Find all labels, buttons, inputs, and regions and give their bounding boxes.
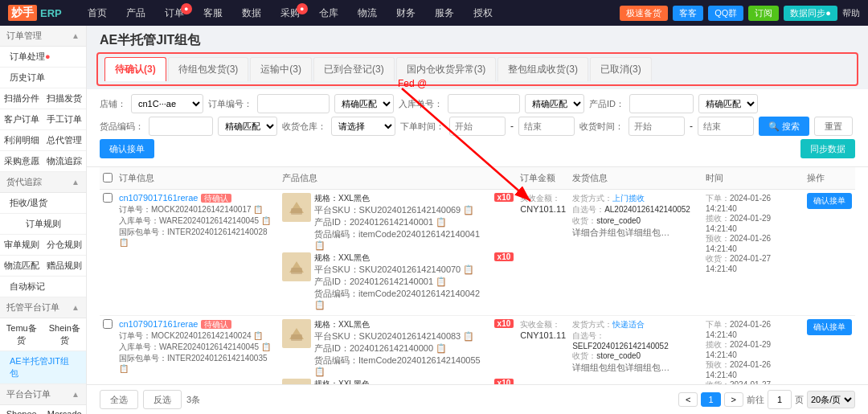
next-page-btn[interactable]: > — [724, 392, 743, 407]
sidebar-item-purchase-wish[interactable]: 采购意愿 — [0, 151, 43, 172]
row-checkbox-0[interactable] — [103, 193, 113, 203]
product-id-input[interactable] — [629, 94, 694, 113]
confirm-order-button[interactable]: 确认接单 — [100, 139, 154, 158]
sidebar-item-scan-split[interactable]: 扫描分件 — [0, 88, 43, 109]
copy-order-icon-1[interactable]: 📋 — [253, 331, 263, 340]
sidebar-item-shopee[interactable]: Shopee — [0, 405, 43, 414]
goods-code-input[interactable] — [149, 117, 213, 136]
prev-page-btn[interactable]: < — [678, 392, 698, 407]
sidebar-item-logistics-match[interactable]: 物流匹配 — [0, 256, 43, 277]
sidebar-item-customer-order[interactable]: 客户订单 — [0, 109, 43, 130]
copy-icon3-0-0[interactable]: 📋 — [314, 240, 326, 250]
sidebar-item-order-rule[interactable]: 订单规则 — [0, 214, 86, 235]
goods-match-select[interactable]: 精确匹配 — [218, 117, 277, 136]
btn-customer-service[interactable]: 客客 — [673, 6, 703, 21]
tab-domestic-exception[interactable]: 国内仓收货异常(3) — [396, 57, 497, 81]
copy-icon-0-1[interactable]: 📋 — [463, 264, 474, 274]
btn-fast-stock[interactable]: 极速备货 — [620, 6, 668, 21]
nav-warehouse[interactable]: 仓库 — [309, 0, 348, 26]
order-time-end[interactable] — [518, 117, 575, 136]
sidebar-item-agent[interactable]: 总代管理 — [43, 130, 87, 151]
tab-bundle-received[interactable]: 整包组成收货(3) — [497, 57, 588, 81]
copy-intl-icon-1[interactable]: 📋 — [119, 364, 129, 373]
btn-subscribe[interactable]: 订阅 — [748, 6, 779, 21]
sidebar-item-auto-mark[interactable]: 自动标记 — [0, 277, 86, 297]
nav-purchase[interactable]: 采购● — [271, 0, 309, 26]
btn-sync-data[interactable]: 数据同步● — [784, 6, 837, 21]
tab-registered[interactable]: 已到合登记(3) — [313, 57, 395, 81]
copy-icon-1-0[interactable]: 📋 — [463, 331, 474, 341]
tab-in-transit[interactable]: 运输中(3) — [250, 57, 312, 81]
nav-order[interactable]: 订单● — [155, 0, 194, 26]
page-1-btn[interactable]: 1 — [701, 392, 720, 407]
nav-product[interactable]: 产品 — [117, 0, 155, 26]
tab-pending-confirm[interactable]: 待确认(3) — [104, 57, 166, 81]
sidebar-item-shein[interactable]: Shein备货 — [43, 318, 87, 351]
product-match-select[interactable]: 精确匹配 — [698, 94, 758, 113]
nav-data[interactable]: 数据 — [232, 0, 271, 26]
select-all-btn[interactable]: 全选 — [100, 390, 138, 409]
search-button[interactable]: 🔍 搜索 — [759, 117, 809, 136]
nav-finance[interactable]: 财务 — [387, 0, 425, 26]
main-layout: 订单管理 ▲ 订单处理● 历史订单 扫描分件 扫描发货 客户订单 手工订单 利润… — [0, 26, 868, 414]
copy-icon3-0-1[interactable]: 📋 — [314, 300, 326, 309]
sidebar-header-order[interactable]: 订单管理 ▲ — [0, 26, 86, 47]
confirm-btn-1[interactable]: 确认接单 — [807, 319, 852, 335]
sidebar-item-logistics-track[interactable]: 物流追踪 — [43, 151, 87, 172]
copy-icon2-0-1[interactable]: 📋 — [436, 277, 447, 286]
store-label: 店铺： — [100, 98, 126, 110]
sidebar-rules-group3: 物流匹配 赠品规则 — [0, 256, 86, 277]
order-match-select[interactable]: 精确匹配 — [334, 94, 394, 113]
tab-cancelled[interactable]: 已取消(3) — [590, 57, 652, 81]
top-nav: 妙手 ERP 首页 产品 订单● 客服 数据 采购● 仓库 物流 财务 服务 授… — [0, 0, 868, 26]
sidebar-item-ae-jit[interactable]: AE半托管JIT组包 — [0, 351, 86, 384]
sidebar-header-platform[interactable]: 托管平台订单 ▲ — [0, 297, 86, 318]
sidebar-item-mercado[interactable]: Mercado — [43, 405, 87, 414]
copy-warehouse-icon-0[interactable]: 📋 — [261, 216, 271, 225]
copy-intl-icon-0[interactable]: 📋 — [119, 238, 129, 247]
copy-icon3-1-0[interactable]: 📋 — [314, 367, 326, 376]
warehouse-no-input[interactable] — [448, 94, 520, 113]
sidebar-item-profit[interactable]: 利润明细 — [0, 130, 43, 151]
sidebar-item-review-rule[interactable]: 审单规则 — [0, 235, 43, 256]
order-no-input[interactable] — [257, 94, 330, 113]
sidebar-item-history-order[interactable]: 历史订单 — [0, 68, 86, 88]
copy-warehouse-icon-1[interactable]: 📋 — [261, 342, 271, 351]
btn-help[interactable]: 帮助 — [842, 7, 860, 19]
warehouse-match-select[interactable]: 精确匹配 — [525, 94, 584, 113]
confirm-btn-0[interactable]: 确认接单 — [807, 193, 852, 209]
sidebar-item-split-rule[interactable]: 分仓规则 — [43, 235, 87, 256]
copy-icon2-1-0[interactable]: 📋 — [436, 343, 447, 353]
sidebar-item-order-process[interactable]: 订单处理● — [0, 47, 86, 68]
nav-home[interactable]: 首页 — [78, 0, 117, 26]
nav-customer[interactable]: 客服 — [194, 0, 232, 26]
nav-service[interactable]: 服务 — [425, 0, 464, 26]
row-checkbox-1[interactable] — [103, 319, 113, 329]
sidebar-item-gift-rule[interactable]: 赠品规则 — [43, 256, 87, 277]
sidebar-header-freight[interactable]: 货代追踪 ▲ — [0, 172, 86, 193]
order-time-start[interactable] — [449, 117, 506, 136]
nav-auth[interactable]: 授权 — [464, 0, 502, 26]
tab-pending-bundle-ship[interactable]: 待组包发货(3) — [168, 57, 249, 81]
sidebar-header-combined[interactable]: 平台合订单 ▲ — [0, 384, 86, 405]
select-all-checkbox[interactable] — [103, 173, 113, 182]
product-image-1-1 — [282, 379, 311, 384]
copy-order-icon-0[interactable]: 📋 — [253, 205, 263, 214]
sidebar-item-scan-ship[interactable]: 扫描发货 — [43, 88, 87, 109]
per-page-select[interactable]: 20条/页 50条/页 — [807, 391, 855, 408]
btn-qq-group[interactable]: QQ群 — [708, 6, 743, 21]
reset-button[interactable]: 重置 — [814, 117, 853, 136]
sidebar-item-reject[interactable]: 拒收/退货 — [0, 193, 86, 214]
sidebar-item-temu[interactable]: Temu备货 — [0, 318, 43, 351]
copy-icon2-0-0[interactable]: 📋 — [436, 217, 447, 227]
store-select[interactable]: cn1C···ae — [131, 94, 203, 113]
nav-logistics[interactable]: 物流 — [348, 0, 387, 26]
deselect-btn[interactable]: 反选 — [143, 390, 182, 409]
warehouse-filter-select[interactable]: 请选择 — [331, 117, 395, 136]
goto-page-input[interactable] — [768, 390, 792, 409]
receive-time-end[interactable] — [698, 117, 754, 136]
copy-icon-0-0[interactable]: 📋 — [463, 205, 474, 215]
receive-time-start[interactable] — [628, 117, 685, 136]
sync-data-button[interactable]: 同步数据 — [800, 139, 855, 158]
sidebar-item-manual-order[interactable]: 手工订单 — [43, 109, 87, 130]
